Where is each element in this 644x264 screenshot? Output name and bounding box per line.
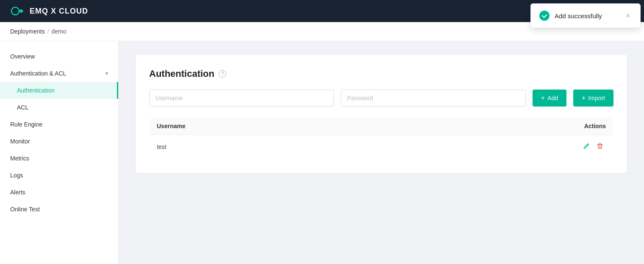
breadcrumb-separator: /: [47, 28, 49, 35]
password-input[interactable]: [341, 90, 525, 107]
cell-actions: [391, 135, 613, 160]
page-title: Authentication: [149, 68, 214, 79]
auth-table: Username Actions test: [149, 117, 613, 160]
page-title-row: Authentication ?: [149, 68, 613, 79]
edit-button[interactable]: [580, 141, 592, 153]
username-input[interactable]: [149, 90, 334, 107]
page-layout: Overview Authentication & ACL ▾ Authenti…: [0, 41, 644, 264]
toast-success-icon: [539, 11, 550, 21]
cell-username: test: [150, 135, 391, 160]
sidebar-item-overview[interactable]: Overview: [0, 48, 118, 65]
toast-notification: Add successfully ×: [530, 3, 641, 28]
sidebar-item-authentication[interactable]: Authentication: [0, 82, 118, 99]
breadcrumb-deployments[interactable]: Deployments: [10, 28, 45, 35]
sidebar-item-auth-acl[interactable]: Authentication & ACL ▾: [0, 65, 118, 82]
form-row: + Add + Import: [149, 90, 613, 107]
plus-icon: +: [541, 94, 545, 102]
delete-icon: [597, 143, 603, 149]
delete-button[interactable]: [594, 141, 606, 153]
sidebar-item-metrics[interactable]: Metrics: [0, 150, 118, 167]
sidebar: Overview Authentication & ACL ▾ Authenti…: [0, 41, 119, 264]
col-username: Username: [150, 117, 391, 135]
sidebar-item-online-test[interactable]: Online Test: [0, 201, 118, 218]
table-body: test: [150, 135, 613, 160]
sidebar-item-acl[interactable]: ACL: [0, 99, 118, 116]
logo-text: EMQ X CLOUD: [30, 7, 88, 16]
content-card: Authentication ? + Add + Import Username…: [136, 55, 627, 173]
main-content: Authentication ? + Add + Import Username…: [119, 41, 644, 264]
svg-rect-1: [597, 144, 602, 145]
sidebar-item-monitor[interactable]: Monitor: [0, 133, 118, 150]
toast-close-button[interactable]: ×: [624, 11, 632, 20]
edit-icon: [583, 143, 590, 149]
svg-point-0: [11, 7, 19, 15]
chevron-down-icon: ▾: [105, 70, 108, 76]
col-actions: Actions: [391, 117, 613, 135]
logo: EMQ X CLOUD: [10, 3, 88, 19]
logo-icon: [10, 3, 25, 19]
sidebar-item-alerts[interactable]: Alerts: [0, 184, 118, 201]
table-row: test: [150, 135, 613, 160]
breadcrumb-demo: demo: [52, 28, 67, 35]
help-icon[interactable]: ?: [219, 70, 226, 78]
import-plus-icon: +: [582, 94, 586, 102]
sidebar-item-logs[interactable]: Logs: [0, 167, 118, 184]
import-button[interactable]: + Import: [573, 90, 613, 107]
toast-message: Add successfully: [555, 12, 619, 20]
table-header: Username Actions: [150, 117, 613, 135]
sidebar-item-rule-engine[interactable]: Rule Engine: [0, 116, 118, 133]
add-button[interactable]: + Add: [533, 90, 566, 107]
